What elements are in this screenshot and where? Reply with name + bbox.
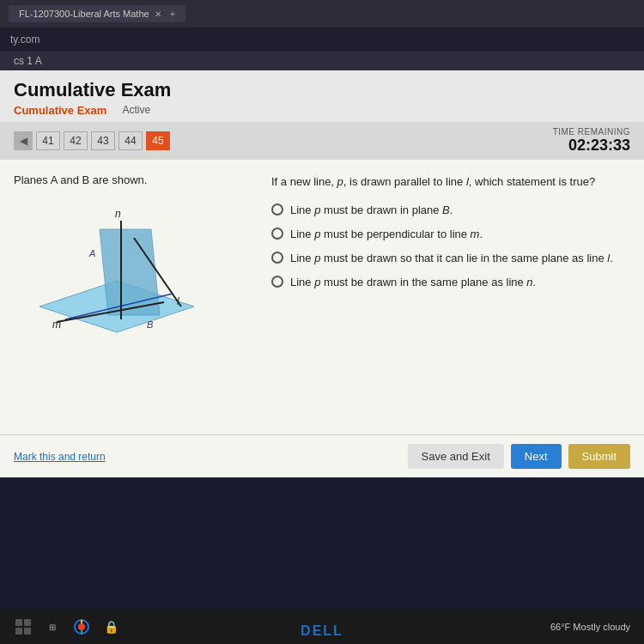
tab-title: FL-1207300-Liberal Arts Mathe	[19, 9, 149, 19]
svg-point-16	[78, 623, 85, 630]
question-text: If a new line, p, is drawn parallel to l…	[271, 173, 630, 191]
page-header: Cumulative Exam Cumulative Exam Active	[0, 70, 644, 122]
browser-bar: FL-1207300-Liberal Arts Mathe ✕ +	[0, 0, 644, 27]
search-icon[interactable]: ⊞	[43, 617, 62, 636]
tab-close-icon[interactable]: ✕	[155, 9, 161, 19]
choice-text-3: Line p must be drawn so that it can lie …	[290, 251, 613, 266]
windows-icon[interactable]	[14, 617, 33, 636]
svg-rect-13	[15, 628, 22, 635]
bottom-buttons: Save and Exit Next Submit	[408, 444, 630, 469]
radio-3[interactable]	[271, 252, 283, 264]
chrome-icon[interactable]	[72, 617, 91, 636]
answer-choice-4[interactable]: Line p must be drawn in the same plane a…	[271, 275, 630, 290]
bottom-bar: Mark this and return Save and Exit Next …	[0, 434, 644, 477]
time-value: 02:23:33	[553, 137, 630, 155]
answer-choice-2[interactable]: Line p must be perpendicular to line m.	[271, 227, 630, 242]
nav-num-43[interactable]: 43	[91, 131, 115, 150]
planes-label: Planes A and B are shown.	[14, 173, 254, 186]
svg-text:n: n	[115, 208, 121, 220]
weather-info: 66°F Mostly cloudy	[550, 622, 630, 632]
svg-rect-11	[15, 619, 22, 626]
svg-text:A: A	[88, 248, 95, 258]
question-area: Planes A and B are shown. n l m A B	[0, 160, 644, 434]
choice-text-2: Line p must be perpendicular to line m.	[290, 227, 483, 242]
url-text: ty.com	[10, 33, 39, 46]
top-nav: cs 1 A	[0, 52, 644, 70]
save-exit-button[interactable]: Save and Exit	[408, 444, 504, 469]
browser-tab[interactable]: FL-1207300-Liberal Arts Mathe ✕ +	[9, 5, 185, 22]
svg-text:m: m	[52, 319, 61, 331]
radio-4[interactable]	[271, 276, 283, 288]
geometry-diagram: n l m A B	[14, 195, 220, 367]
exam-title: Cumulative Exam	[14, 79, 630, 101]
svg-rect-14	[24, 628, 31, 635]
nav-num-45[interactable]: 45	[146, 131, 170, 150]
left-panel: Planes A and B are shown. n l m A B	[14, 173, 254, 421]
answer-choice-1[interactable]: Line p must be drawn in plane B.	[271, 203, 630, 218]
right-panel: If a new line, p, is drawn parallel to l…	[271, 173, 630, 421]
lock-icon[interactable]: 🔒	[101, 617, 120, 636]
breadcrumb: cs 1 A	[14, 55, 42, 67]
svg-text:B: B	[147, 319, 153, 330]
mark-return-link[interactable]: Mark this and return	[14, 451, 106, 463]
taskbar: ⊞ 🔒 DELL 66°F Mostly cloudy	[0, 610, 644, 644]
nav-numbers: ◀ 41 42 43 44 45	[14, 131, 170, 150]
url-bar: ty.com	[0, 27, 644, 52]
exam-subtitle: Cumulative Exam	[14, 104, 106, 117]
time-label: TIME REMAINING	[553, 127, 630, 137]
answer-choice-3[interactable]: Line p must be drawn so that it can lie …	[271, 251, 630, 266]
time-remaining: TIME REMAINING 02:23:33	[553, 127, 630, 155]
submit-button[interactable]: Submit	[568, 444, 630, 469]
svg-text:l: l	[177, 295, 179, 307]
tab-add-icon[interactable]: +	[170, 9, 175, 19]
dell-logo: DELL	[301, 623, 343, 639]
svg-rect-12	[24, 619, 31, 626]
status-badge: Active	[117, 103, 155, 117]
taskbar-icons: ⊞ 🔒	[14, 617, 120, 636]
nav-prev-button[interactable]: ◀	[14, 131, 33, 150]
radio-2[interactable]	[271, 228, 283, 240]
nav-num-44[interactable]: 44	[118, 131, 143, 150]
choice-text-4: Line p must be drawn in the same plane a…	[290, 275, 536, 290]
question-nav: ◀ 41 42 43 44 45 TIME REMAINING 02:23:33	[0, 122, 644, 160]
svg-marker-1	[100, 229, 160, 315]
next-button[interactable]: Next	[511, 444, 562, 469]
nav-num-41[interactable]: 41	[36, 131, 60, 150]
choice-text-1: Line p must be drawn in plane B.	[290, 203, 453, 218]
radio-1[interactable]	[271, 204, 283, 216]
nav-num-42[interactable]: 42	[64, 131, 88, 150]
